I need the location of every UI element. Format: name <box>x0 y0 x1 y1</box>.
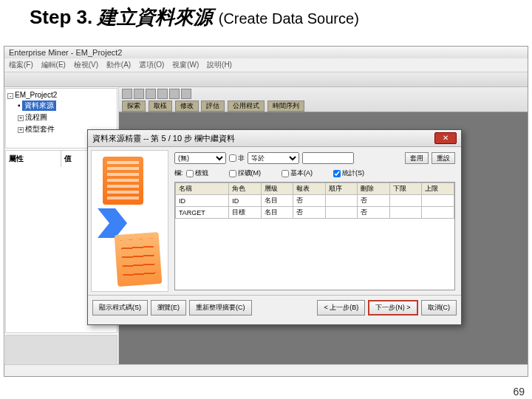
app-toolbar[interactable] <box>4 72 528 87</box>
filter-field-select[interactable]: (無) <box>174 152 226 164</box>
filter-value-input[interactable] <box>302 152 354 164</box>
menu-help[interactable]: 說明(H) <box>207 61 232 69</box>
collapse-icon[interactable]: - <box>7 93 13 99</box>
stats-checkbox[interactable] <box>333 170 341 177</box>
not-label: 非 <box>238 154 245 163</box>
step-label: Step 3. <box>30 6 92 28</box>
explore-button[interactable]: 瀏覽(E) <box>151 300 186 316</box>
next-button[interactable]: 下一步(N) > <box>368 300 417 316</box>
palette-tab[interactable]: 探索 <box>122 100 146 112</box>
label-checkbox[interactable] <box>186 170 194 177</box>
table-row[interactable]: TARGET目標名目否否 <box>176 207 454 219</box>
wizard-title-bar[interactable]: 資料來源精靈 -- 第 5 / 10 步 欄中繼資料 ✕ <box>88 130 461 147</box>
menu-edit[interactable]: 編輯(E) <box>41 61 66 69</box>
apply-button[interactable]: 套用 <box>405 152 429 164</box>
close-button[interactable]: ✕ <box>434 132 457 144</box>
mining-checkbox[interactable] <box>229 170 236 177</box>
arrow-icon <box>98 208 127 238</box>
show-code-button[interactable]: 顯示程式碼(S) <box>92 300 148 316</box>
tool-icon[interactable] <box>122 89 132 99</box>
status-bar <box>4 364 528 376</box>
wizard-form: (無) 非 等於 套用 重設 欄: 標籤 採礦(M) 基本(A) 統計(S) <box>171 150 458 292</box>
tool-icon[interactable] <box>181 89 191 99</box>
database-icon <box>103 157 143 205</box>
data-source-wizard: 資料來源精靈 -- 第 5 / 10 步 欄中繼資料 ✕ (無) 非 等於 套用… <box>87 129 462 325</box>
palette-tab[interactable]: 取樣 <box>149 100 172 112</box>
node-palette[interactable]: 探索 取樣 修改 評估 公用程式 時間序列 <box>119 87 528 112</box>
tree-root: -EM_Project2 <box>7 90 115 100</box>
columns-label: 欄: <box>174 168 183 178</box>
palette-tab[interactable]: 公用程式 <box>228 100 265 112</box>
palette-tab[interactable]: 修改 <box>175 100 199 112</box>
reset-button[interactable]: 重設 <box>432 152 455 164</box>
palette-tab[interactable]: 時間序列 <box>267 100 304 112</box>
menu-action[interactable]: 動作(A) <box>106 61 131 69</box>
wizard-graphic <box>91 150 168 292</box>
wizard-footer: 顯示程式碼(S) 瀏覽(E) 重新整理摘要(C) < 上一步(B) 下一步(N)… <box>88 295 461 320</box>
table-row[interactable]: IDID名目否否 <box>176 195 454 207</box>
back-button[interactable]: < 上一步(B) <box>317 300 365 316</box>
tool-icon[interactable] <box>134 89 144 99</box>
columns-grid[interactable]: 名稱 角色 層級 報表 順序 刪除 下限 上限 IDID名目否否 TARGET目… <box>174 182 455 290</box>
menu-options[interactable]: 選項(O) <box>139 61 164 69</box>
prop-col-name: 屬性 <box>6 151 61 167</box>
palette-tab[interactable]: 評估 <box>201 100 225 112</box>
page-number: 69 <box>513 386 525 398</box>
title-en: (Create Data Source) <box>219 10 359 27</box>
grid-header-row: 名稱 角色 層級 報表 順序 刪除 下限 上限 <box>176 183 454 195</box>
tree-data-sources: ▪ 資料來源 <box>7 100 115 112</box>
expand-icon[interactable]: + <box>18 115 24 121</box>
title-cn: 建立資料來源 <box>98 7 213 28</box>
wizard-title: 資料來源精靈 -- 第 5 / 10 步 欄中繼資料 <box>92 133 235 144</box>
tool-icon[interactable] <box>157 89 168 99</box>
menu-view[interactable]: 檢視(V) <box>74 61 98 69</box>
app-menu-bar[interactable]: 檔案(F) 編輯(E) 檢視(V) 動作(A) 選項(O) 視窗(W) 說明(H… <box>4 58 528 72</box>
sheet-icon <box>115 232 163 287</box>
menu-window[interactable]: 視窗(W) <box>172 61 199 69</box>
slide-title: Step 3. 建立資料來源 (Create Data Source) <box>0 0 532 35</box>
filter-op-select[interactable]: 等於 <box>248 152 299 164</box>
app-title-bar: Enterprise Miner - EM_Project2 <box>4 47 528 58</box>
tree-diagrams: +流程圖 <box>7 112 115 123</box>
menu-file[interactable]: 檔案(F) <box>9 61 33 69</box>
basic-checkbox[interactable] <box>282 170 289 177</box>
refresh-summary-button[interactable]: 重新整理摘要(C) <box>189 300 252 316</box>
cancel-button[interactable]: 取消(C) <box>421 300 457 316</box>
tool-icon[interactable] <box>146 89 156 99</box>
not-checkbox[interactable] <box>229 154 236 162</box>
expand-icon[interactable]: + <box>18 127 24 133</box>
tool-icon[interactable] <box>169 89 180 99</box>
